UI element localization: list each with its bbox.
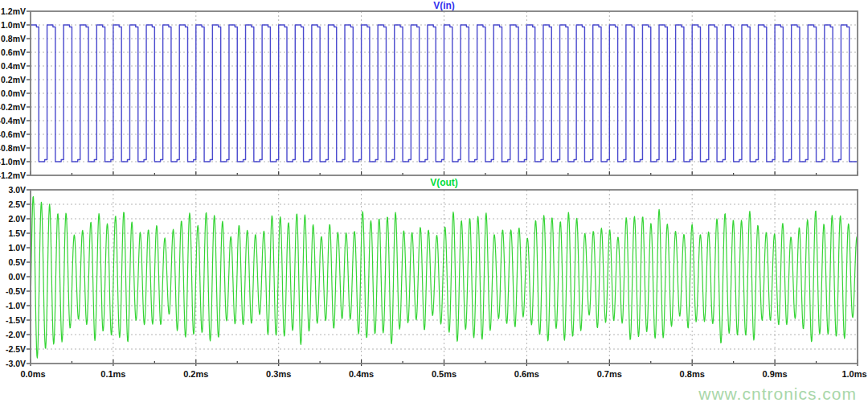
y-tick-label: -0.6mV xyxy=(0,129,26,139)
x-tick-label: 0.0ms xyxy=(20,369,45,379)
y-tick-label: 1.5V xyxy=(8,228,26,238)
y-tick-label: 1.2mV xyxy=(1,6,26,16)
trace-vout[interactable] xyxy=(31,197,858,359)
y-tick-label: -1.5V xyxy=(6,315,26,325)
waveform-viewer-window: V(in) V(out) 1.2mV1.0mV0.8mV0.6mV0.4mV0.… xyxy=(0,0,868,415)
y-tick-label: 2.5V xyxy=(8,199,26,209)
x-tick-label: 0.8ms xyxy=(680,369,705,379)
y-tick-label: 0.4mV xyxy=(1,61,26,71)
y-tick-label: 0.2mV xyxy=(1,75,26,84)
y-tick-label: 1.0V xyxy=(8,243,26,253)
x-tick-label: 0.4ms xyxy=(349,369,374,379)
y-tick-label: 3.0V xyxy=(8,185,26,195)
y-tick-label: 0.8mV xyxy=(1,34,26,43)
y-tick-label: -0.5V xyxy=(6,286,26,296)
y-tick-label: -1.2mV xyxy=(0,171,26,180)
pane-1-group: 1.2mV1.0mV0.8mV0.6mV0.4mV0.2mV0.0mV-0.2m… xyxy=(0,6,858,180)
y-tick-label: -1.0V xyxy=(6,301,26,310)
pane-2-group: 3.0V2.5V2.0V1.5V1.0V0.5V0.0V-0.5V-1.0V-1… xyxy=(6,185,858,368)
y-tick-label: -3.0V xyxy=(6,359,26,368)
y-tick-label: 0.0V xyxy=(8,272,26,281)
y-tick-label: 1.0mV xyxy=(1,20,26,30)
y-tick-label: -0.8mV xyxy=(0,143,26,153)
y-tick-label: 0.5V xyxy=(8,257,26,267)
x-tick-label: 0.7ms xyxy=(597,369,622,379)
x-tick-label: 0.1ms xyxy=(100,369,125,379)
x-tick-label: 0.5ms xyxy=(432,369,457,379)
y-tick-label: -1.0mV xyxy=(0,157,26,166)
x-tick-label: 0.2ms xyxy=(183,369,208,379)
y-tick-label: -2.0V xyxy=(6,330,26,339)
x-tick-label: 0.3ms xyxy=(266,369,291,379)
x-tick-label: 0.6ms xyxy=(514,369,539,379)
trace-vin[interactable] xyxy=(31,25,858,162)
watermark: www.cntronics.com xyxy=(698,384,857,404)
y-tick-label: -0.4mV xyxy=(0,116,26,125)
x-tick-label: 0.9ms xyxy=(762,369,787,379)
x-tick-label: 1.0ms xyxy=(841,369,866,379)
y-tick-label: 2.0V xyxy=(8,214,26,224)
y-tick-label: 0.6mV xyxy=(1,47,26,57)
y-tick-label: -2.5V xyxy=(6,344,26,354)
y-tick-label: -0.2mV xyxy=(0,102,26,112)
plot-canvas[interactable]: 1.2mV1.0mV0.8mV0.6mV0.4mV0.2mV0.0mV-0.2m… xyxy=(0,0,868,415)
y-tick-label: 0.0mV xyxy=(1,88,26,98)
